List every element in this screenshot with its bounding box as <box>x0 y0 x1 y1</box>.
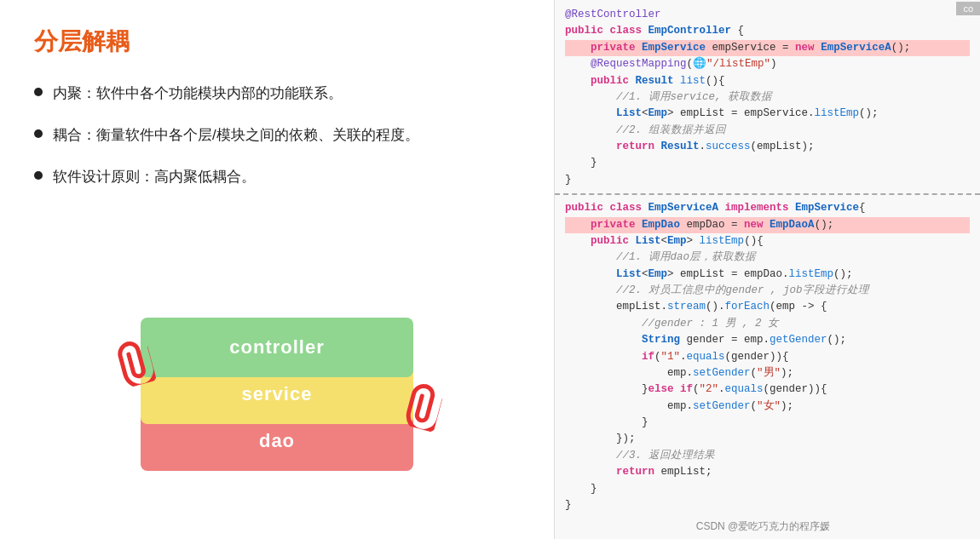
left-panel: 分层解耦 内聚：软件中各个功能模块内部的功能联系。 耦合：衡量软件中各个层/模块… <box>0 0 554 539</box>
code-line: //gender : 1 男 , 2 女 <box>565 316 970 332</box>
code-line: emp.setGender("男"); <box>565 365 970 381</box>
controller-label: controller <box>229 336 324 358</box>
list-item: 耦合：衡量软件中各个层/模块之间的依赖、关联的程度。 <box>34 123 520 146</box>
service-label: service <box>242 383 313 405</box>
code-line: @RestController <box>565 7 970 23</box>
right-panel: co @RestController public class EmpContr… <box>554 0 980 539</box>
controller-layer: controller <box>141 318 413 377</box>
code-line: } <box>565 155 970 171</box>
code-line: return empList; <box>565 464 970 480</box>
code-line: } <box>565 415 970 431</box>
code-line: return Result.success(empList); <box>565 139 970 155</box>
code-line: //2. 对员工信息中的gender , job字段进行处理 <box>565 283 970 299</box>
bullet-text-3: 软件设计原则：高内聚低耦合。 <box>53 165 256 188</box>
code-line: public class EmpController { <box>565 23 970 39</box>
code-line: if("1".equals(gender)){ <box>565 349 970 365</box>
watermark: CSDN @爱吃巧克力的程序媛 <box>555 519 971 534</box>
code-line: List<Emp> empList = empService.listEmp()… <box>565 106 970 122</box>
bullet-dot <box>34 171 43 180</box>
bullet-text-2: 耦合：衡量软件中各个层/模块之间的依赖、关联的程度。 <box>53 123 419 146</box>
page-title: 分层解耦 <box>34 26 520 58</box>
code-line: //3. 返回处理结果 <box>565 448 970 464</box>
code-line: } <box>565 172 970 188</box>
bullet-text-1: 内聚：软件中各个功能模块内部的功能联系。 <box>53 82 343 105</box>
list-item: 软件设计原则：高内聚低耦合。 <box>34 165 520 188</box>
code-line: String gender = emp.getGender(); <box>565 332 970 348</box>
code-line: //1. 调用service, 获取数据 <box>565 89 970 106</box>
code-line: } <box>565 481 970 497</box>
code-line: public List<Emp> listEmp(){ <box>565 233 970 249</box>
list-item: 内聚：软件中各个功能模块内部的功能联系。 <box>34 82 520 105</box>
code-line: public class EmpServiceA implements EmpS… <box>565 200 970 216</box>
code-line-highlight: private EmpDao empDao = new EmpDaoA(); <box>565 217 970 233</box>
bullet-dot <box>34 88 43 96</box>
copy-button[interactable]: co <box>956 2 980 15</box>
code-line: //2. 组装数据并返回 <box>565 123 970 139</box>
code-line: @RequestMapping(🌐"/listEmp") <box>565 56 970 72</box>
code-line: emp.setGender("女"); <box>565 399 970 415</box>
code-line: } <box>565 497 970 513</box>
code-line-highlight: private EmpService empService = new EmpS… <box>565 40 970 56</box>
bullet-list: 内聚：软件中各个功能模块内部的功能联系。 耦合：衡量软件中各个层/模块之间的依赖… <box>34 82 520 208</box>
dao-label: dao <box>259 430 295 452</box>
code-line: //1. 调用dao层，获取数据 <box>565 249 970 266</box>
code-line: }else if("2".equals(gender)){ <box>565 381 970 398</box>
code-line: }); <box>565 431 970 447</box>
code-line: List<Emp> empList = empDao.listEmp(); <box>565 267 970 283</box>
layer-diagram: controller service dao <box>124 284 430 471</box>
bullet-dot <box>34 129 43 138</box>
code-section-2: public class EmpServiceA implements EmpS… <box>555 195 980 539</box>
diagram-area: controller service dao <box>34 242 520 513</box>
code-section-1: @RestController public class EmpControll… <box>555 0 980 193</box>
code-line: public Result list(){ <box>565 73 970 89</box>
code-line: empList.stream().forEach(emp -> { <box>565 299 970 315</box>
